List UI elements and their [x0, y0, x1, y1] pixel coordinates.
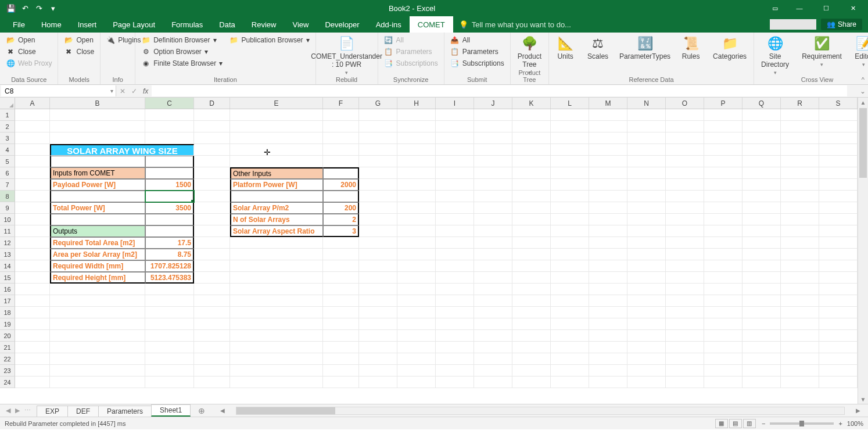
cell-A1[interactable] — [15, 109, 50, 121]
cell-R5[interactable] — [781, 156, 819, 167]
zoom-slider[interactable] — [770, 422, 834, 425]
product-tree-button[interactable]: 🌳 Product Tree ▾ — [515, 35, 544, 46]
cell-R18[interactable] — [781, 307, 819, 318]
tell-me-search[interactable]: 💡 Tell me what you want to do... — [459, 16, 571, 33]
units-button[interactable]: 📐Units — [554, 35, 577, 46]
cell-L15[interactable] — [551, 272, 589, 284]
scales-button[interactable]: ⚖Scales — [585, 35, 611, 46]
cell-S16[interactable] — [819, 284, 858, 295]
cell-G8[interactable] — [359, 191, 397, 202]
cell-R20[interactable] — [781, 330, 819, 342]
plugins-button[interactable]: 🔌Plugins — [105, 35, 130, 45]
cell-J22[interactable] — [474, 353, 512, 365]
cell-P16[interactable] — [704, 284, 743, 295]
cell-D18[interactable] — [194, 307, 230, 318]
cell-L6[interactable] — [551, 167, 589, 179]
cell-O21[interactable] — [666, 342, 704, 353]
cell-D10[interactable] — [194, 214, 230, 225]
cell-A6[interactable] — [15, 167, 50, 179]
cell-Q4[interactable] — [743, 144, 781, 156]
cell-N3[interactable] — [627, 132, 666, 144]
row-header-8[interactable]: 8 — [0, 191, 15, 202]
cell-C13[interactable]: 8.75 — [145, 249, 194, 260]
cell-F23[interactable] — [323, 365, 359, 377]
cell-E5[interactable] — [230, 156, 323, 167]
cell-R8[interactable] — [781, 191, 819, 202]
option-browser-button[interactable]: ⚙Option Browser ▾ — [140, 46, 310, 57]
cell-A14[interactable] — [15, 260, 50, 272]
cell-Q2[interactable] — [743, 121, 781, 132]
column-header-O[interactable]: O — [666, 98, 704, 109]
cell-E14[interactable] — [230, 260, 323, 272]
cell-M9[interactable] — [589, 202, 627, 214]
ribbon-display-button[interactable]: ▭ — [765, 0, 785, 16]
cell-M18[interactable] — [589, 307, 627, 318]
cell-D19[interactable] — [194, 318, 230, 330]
cell-E18[interactable] — [230, 307, 323, 318]
cell-B21[interactable] — [50, 342, 145, 353]
cell-M19[interactable] — [589, 318, 627, 330]
cell-J23[interactable] — [474, 365, 512, 377]
cell-M4[interactable] — [589, 144, 627, 156]
cell-N16[interactable] — [627, 284, 666, 295]
row-header-15[interactable]: 15 — [0, 272, 15, 284]
cell-I5[interactable] — [436, 156, 474, 167]
cell-L24[interactable] — [551, 377, 589, 388]
cell-B5[interactable] — [50, 156, 145, 167]
cell-S4[interactable] — [819, 144, 858, 156]
paramtypes-button[interactable]: 🔣ParameterTypes — [619, 35, 671, 46]
cell-Q6[interactable] — [743, 167, 781, 179]
cell-O13[interactable] — [666, 249, 704, 260]
redo-button[interactable]: ↷ — [33, 2, 45, 15]
cell-G19[interactable] — [359, 318, 397, 330]
tab-addins[interactable]: Add-ins — [368, 16, 410, 33]
cell-R7[interactable] — [781, 179, 819, 191]
qat-more-button[interactable]: ▾ — [46, 2, 59, 15]
cell-C23[interactable] — [145, 365, 194, 377]
cell-F22[interactable] — [323, 353, 359, 365]
cell-O9[interactable] — [666, 202, 704, 214]
cell-F2[interactable] — [323, 121, 359, 132]
cell-E8[interactable] — [230, 191, 323, 202]
cell-G23[interactable] — [359, 365, 397, 377]
cell-K6[interactable] — [512, 167, 551, 179]
cell-L21[interactable] — [551, 342, 589, 353]
cell-L16[interactable] — [551, 284, 589, 295]
cell-F11[interactable]: 3 — [323, 225, 359, 237]
hscroll-left-button[interactable]: ◀ — [218, 407, 227, 414]
cell-R23[interactable] — [781, 365, 819, 377]
cell-K16[interactable] — [512, 284, 551, 295]
column-header-N[interactable]: N — [627, 98, 666, 109]
cell-M23[interactable] — [589, 365, 627, 377]
cell-E24[interactable] — [230, 377, 323, 388]
cell-Q12[interactable] — [743, 237, 781, 249]
cell-I1[interactable] — [436, 109, 474, 121]
cell-I21[interactable] — [436, 342, 474, 353]
cell-G17[interactable] — [359, 295, 397, 307]
cell-P6[interactable] — [704, 167, 743, 179]
cell-M8[interactable] — [589, 191, 627, 202]
cell-S17[interactable] — [819, 295, 858, 307]
cell-P21[interactable] — [704, 342, 743, 353]
cell-P5[interactable] — [704, 156, 743, 167]
cell-S5[interactable] — [819, 156, 858, 167]
cell-D3[interactable] — [194, 132, 230, 144]
cell-K8[interactable] — [512, 191, 551, 202]
cell-J9[interactable] — [474, 202, 512, 214]
cell-E16[interactable] — [230, 284, 323, 295]
cell-M10[interactable] — [589, 214, 627, 225]
cell-B3[interactable] — [50, 132, 145, 144]
horizontal-scrollbar[interactable] — [236, 407, 845, 415]
cell-A10[interactable] — [15, 214, 50, 225]
cell-A23[interactable] — [15, 365, 50, 377]
cell-K18[interactable] — [512, 307, 551, 318]
cell-F9[interactable]: 200 — [323, 202, 359, 214]
cell-G6[interactable] — [359, 167, 397, 179]
cell-J16[interactable] — [474, 284, 512, 295]
scroll-up-button[interactable]: ▲ — [858, 98, 868, 107]
hscroll-thumb[interactable] — [236, 407, 335, 414]
cell-D7[interactable] — [194, 179, 230, 191]
page-break-view-button[interactable]: ▥ — [743, 419, 756, 428]
cell-H19[interactable] — [397, 318, 436, 330]
cell-J20[interactable] — [474, 330, 512, 342]
